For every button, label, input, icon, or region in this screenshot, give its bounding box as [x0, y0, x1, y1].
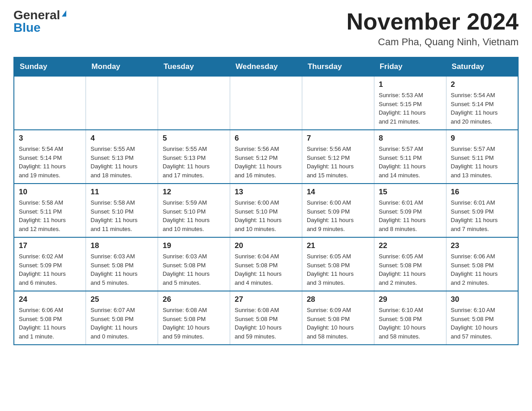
calendar-cell: 11Sunrise: 5:58 AMSunset: 5:10 PMDayligh… — [86, 184, 158, 237]
day-number: 26 — [163, 295, 225, 304]
day-number: 2 — [451, 80, 513, 89]
calendar-cell: 23Sunrise: 6:06 AMSunset: 5:08 PMDayligh… — [446, 237, 518, 291]
day-number: 12 — [163, 188, 225, 197]
calendar-cell — [14, 76, 86, 130]
day-info: Sunrise: 5:57 AMSunset: 5:11 PMDaylight:… — [379, 145, 442, 180]
day-number: 15 — [379, 188, 442, 197]
day-info: Sunrise: 6:03 AMSunset: 5:08 PMDaylight:… — [90, 252, 153, 287]
calendar-cell: 19Sunrise: 6:03 AMSunset: 5:08 PMDayligh… — [158, 237, 230, 291]
calendar-cell: 29Sunrise: 6:10 AMSunset: 5:08 PMDayligh… — [374, 291, 446, 345]
day-number: 23 — [451, 241, 513, 250]
day-number: 9 — [451, 134, 513, 143]
page-header: General Blue November 2024 Cam Pha, Quan… — [13, 9, 519, 48]
calendar-cell: 17Sunrise: 6:02 AMSunset: 5:09 PMDayligh… — [14, 237, 86, 291]
calendar-week-1: 1Sunrise: 5:53 AMSunset: 5:15 PMDaylight… — [14, 76, 518, 130]
calendar-cell: 28Sunrise: 6:09 AMSunset: 5:08 PMDayligh… — [302, 291, 374, 345]
col-tuesday: Tuesday — [158, 57, 230, 76]
calendar-cell: 6Sunrise: 5:56 AMSunset: 5:12 PMDaylight… — [230, 130, 302, 184]
day-info: Sunrise: 5:55 AMSunset: 5:13 PMDaylight:… — [163, 145, 225, 180]
day-number: 28 — [307, 295, 369, 304]
day-number: 4 — [90, 134, 153, 143]
col-friday: Friday — [374, 57, 446, 76]
calendar-cell: 15Sunrise: 6:01 AMSunset: 5:09 PMDayligh… — [374, 184, 446, 237]
day-number: 8 — [379, 134, 442, 143]
day-info: Sunrise: 6:10 AMSunset: 5:08 PMDaylight:… — [379, 306, 442, 341]
calendar-cell: 30Sunrise: 6:10 AMSunset: 5:08 PMDayligh… — [446, 291, 518, 345]
calendar-cell: 16Sunrise: 6:01 AMSunset: 5:09 PMDayligh… — [446, 184, 518, 237]
day-number: 10 — [19, 188, 81, 197]
calendar-cell: 27Sunrise: 6:08 AMSunset: 5:08 PMDayligh… — [230, 291, 302, 345]
day-number: 29 — [379, 295, 442, 304]
calendar-cell: 14Sunrise: 6:00 AMSunset: 5:09 PMDayligh… — [302, 184, 374, 237]
col-sunday: Sunday — [14, 57, 86, 76]
col-thursday: Thursday — [302, 57, 374, 76]
day-info: Sunrise: 6:05 AMSunset: 5:08 PMDaylight:… — [379, 252, 442, 287]
day-info: Sunrise: 6:01 AMSunset: 5:09 PMDaylight:… — [379, 198, 442, 233]
day-number: 18 — [90, 241, 153, 250]
calendar-week-2: 3Sunrise: 5:54 AMSunset: 5:14 PMDaylight… — [14, 130, 518, 184]
day-number: 16 — [451, 188, 513, 197]
day-info: Sunrise: 6:06 AMSunset: 5:08 PMDaylight:… — [19, 306, 81, 341]
day-info: Sunrise: 6:00 AMSunset: 5:09 PMDaylight:… — [307, 198, 369, 233]
day-number: 20 — [235, 241, 297, 250]
logo-general-text: General — [13, 9, 60, 21]
day-info: Sunrise: 6:01 AMSunset: 5:09 PMDaylight:… — [451, 198, 513, 233]
day-info: Sunrise: 6:06 AMSunset: 5:08 PMDaylight:… — [451, 252, 513, 287]
day-info: Sunrise: 5:55 AMSunset: 5:13 PMDaylight:… — [90, 145, 153, 180]
calendar-cell: 7Sunrise: 5:56 AMSunset: 5:12 PMDaylight… — [302, 130, 374, 184]
day-info: Sunrise: 6:03 AMSunset: 5:08 PMDaylight:… — [163, 252, 225, 287]
logo-triangle-icon — [62, 10, 66, 17]
calendar-body: 1Sunrise: 5:53 AMSunset: 5:15 PMDaylight… — [14, 76, 518, 345]
calendar-week-3: 10Sunrise: 5:58 AMSunset: 5:11 PMDayligh… — [14, 184, 518, 237]
day-info: Sunrise: 5:56 AMSunset: 5:12 PMDaylight:… — [235, 145, 297, 180]
day-info: Sunrise: 5:56 AMSunset: 5:12 PMDaylight:… — [307, 145, 369, 180]
calendar-cell: 18Sunrise: 6:03 AMSunset: 5:08 PMDayligh… — [86, 237, 158, 291]
day-number: 22 — [379, 241, 442, 250]
month-title: November 2024 — [347, 9, 519, 34]
logo: General Blue — [13, 9, 66, 34]
day-info: Sunrise: 6:02 AMSunset: 5:09 PMDaylight:… — [19, 252, 81, 287]
calendar-header-row: Sunday Monday Tuesday Wednesday Thursday… — [14, 57, 518, 76]
calendar-cell: 5Sunrise: 5:55 AMSunset: 5:13 PMDaylight… — [158, 130, 230, 184]
day-info: Sunrise: 5:54 AMSunset: 5:14 PMDaylight:… — [451, 91, 513, 126]
calendar-cell: 1Sunrise: 5:53 AMSunset: 5:15 PMDaylight… — [374, 76, 446, 130]
calendar-week-5: 24Sunrise: 6:06 AMSunset: 5:08 PMDayligh… — [14, 291, 518, 345]
calendar-cell: 24Sunrise: 6:06 AMSunset: 5:08 PMDayligh… — [14, 291, 86, 345]
day-number: 27 — [235, 295, 297, 304]
title-block: November 2024 Cam Pha, Quang Ninh, Vietn… — [347, 9, 519, 48]
day-number: 24 — [19, 295, 81, 304]
calendar-cell: 2Sunrise: 5:54 AMSunset: 5:14 PMDaylight… — [446, 76, 518, 130]
day-number: 3 — [19, 134, 81, 143]
calendar-cell: 21Sunrise: 6:05 AMSunset: 5:08 PMDayligh… — [302, 237, 374, 291]
day-number: 21 — [307, 241, 369, 250]
day-info: Sunrise: 5:54 AMSunset: 5:14 PMDaylight:… — [19, 145, 81, 180]
day-info: Sunrise: 6:08 AMSunset: 5:08 PMDaylight:… — [163, 306, 225, 341]
day-info: Sunrise: 6:08 AMSunset: 5:08 PMDaylight:… — [235, 306, 297, 341]
calendar-cell: 3Sunrise: 5:54 AMSunset: 5:14 PMDaylight… — [14, 130, 86, 184]
day-info: Sunrise: 6:05 AMSunset: 5:08 PMDaylight:… — [307, 252, 369, 287]
col-wednesday: Wednesday — [230, 57, 302, 76]
day-number: 6 — [235, 134, 297, 143]
day-number: 7 — [307, 134, 369, 143]
logo-blue-text: Blue — [13, 21, 41, 34]
calendar-cell: 8Sunrise: 5:57 AMSunset: 5:11 PMDaylight… — [374, 130, 446, 184]
day-info: Sunrise: 5:58 AMSunset: 5:11 PMDaylight:… — [19, 198, 81, 233]
day-info: Sunrise: 5:58 AMSunset: 5:10 PMDaylight:… — [90, 198, 153, 233]
day-number: 13 — [235, 188, 297, 197]
calendar-cell: 20Sunrise: 6:04 AMSunset: 5:08 PMDayligh… — [230, 237, 302, 291]
day-number: 14 — [307, 188, 369, 197]
day-info: Sunrise: 6:09 AMSunset: 5:08 PMDaylight:… — [307, 306, 369, 341]
calendar-cell: 4Sunrise: 5:55 AMSunset: 5:13 PMDaylight… — [86, 130, 158, 184]
day-info: Sunrise: 6:00 AMSunset: 5:10 PMDaylight:… — [235, 198, 297, 233]
calendar-cell — [302, 76, 374, 130]
calendar-cell: 12Sunrise: 5:59 AMSunset: 5:10 PMDayligh… — [158, 184, 230, 237]
day-info: Sunrise: 6:07 AMSunset: 5:08 PMDaylight:… — [90, 306, 153, 341]
col-monday: Monday — [86, 57, 158, 76]
calendar-cell: 26Sunrise: 6:08 AMSunset: 5:08 PMDayligh… — [158, 291, 230, 345]
day-info: Sunrise: 5:57 AMSunset: 5:11 PMDaylight:… — [451, 145, 513, 180]
day-number: 30 — [451, 295, 513, 304]
calendar-table: Sunday Monday Tuesday Wednesday Thursday… — [13, 57, 519, 345]
calendar-cell: 13Sunrise: 6:00 AMSunset: 5:10 PMDayligh… — [230, 184, 302, 237]
col-saturday: Saturday — [446, 57, 518, 76]
calendar-cell — [230, 76, 302, 130]
